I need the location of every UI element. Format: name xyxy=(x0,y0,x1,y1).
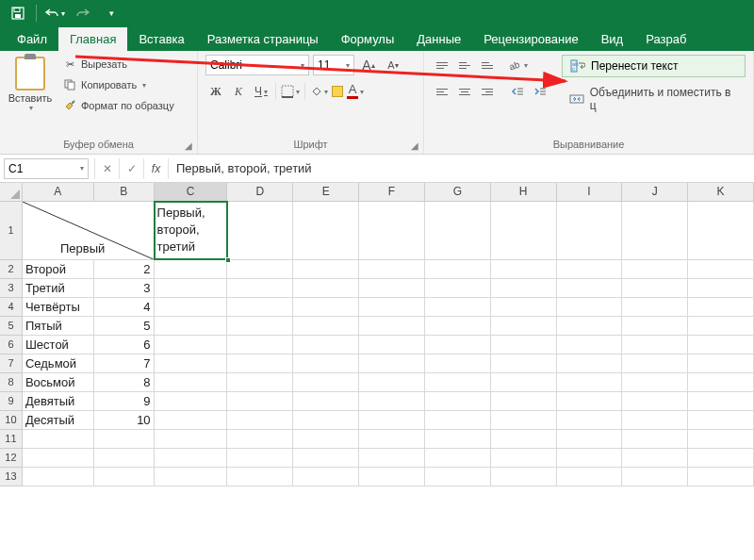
cell[interactable] xyxy=(227,202,293,260)
cell[interactable]: Седьмой xyxy=(23,354,94,373)
align-right-button[interactable] xyxy=(477,81,498,102)
cell[interactable] xyxy=(557,449,623,468)
cell[interactable] xyxy=(557,373,623,392)
cell[interactable] xyxy=(688,411,754,430)
cell[interactable]: 9 xyxy=(94,392,155,411)
row-header-6[interactable]: 6 xyxy=(0,336,23,354)
cell[interactable] xyxy=(557,354,623,373)
cell[interactable] xyxy=(622,468,688,486)
cell[interactable] xyxy=(155,411,228,430)
cell[interactable] xyxy=(94,468,155,486)
increase-indent-button[interactable] xyxy=(530,81,550,102)
cell[interactable] xyxy=(155,449,228,468)
cell[interactable] xyxy=(293,279,359,298)
cell[interactable] xyxy=(688,202,754,260)
row-header-5[interactable]: 5 xyxy=(0,317,23,336)
cell[interactable] xyxy=(227,392,293,411)
cell[interactable] xyxy=(622,260,688,279)
cell[interactable]: Пятый xyxy=(23,317,94,336)
cell[interactable] xyxy=(155,279,228,298)
italic-button[interactable]: К xyxy=(228,81,249,102)
cancel-formula-button[interactable]: ✕ xyxy=(95,158,120,179)
cell[interactable] xyxy=(293,336,359,354)
cell[interactable] xyxy=(293,392,359,411)
orientation-button[interactable]: ab ▾ xyxy=(507,55,528,75)
copy-button[interactable]: Копировать ▾ xyxy=(58,75,178,94)
save-button[interactable] xyxy=(6,3,30,24)
tab-home[interactable]: Главная xyxy=(58,27,127,51)
column-header-F[interactable]: F xyxy=(359,183,425,201)
cell[interactable] xyxy=(359,279,425,298)
column-header-I[interactable]: I xyxy=(557,183,623,201)
fill-handle[interactable] xyxy=(225,257,231,263)
cell[interactable] xyxy=(688,468,754,486)
cell[interactable] xyxy=(155,317,228,336)
cell[interactable] xyxy=(688,449,754,468)
cell[interactable]: 3 xyxy=(94,279,155,298)
cell[interactable] xyxy=(425,317,491,336)
tab-insert[interactable]: Вставка xyxy=(127,27,195,51)
column-header-H[interactable]: H xyxy=(491,183,557,201)
cell[interactable] xyxy=(688,317,754,336)
cell[interactable] xyxy=(557,392,623,411)
cell[interactable] xyxy=(425,468,491,486)
redo-button[interactable] xyxy=(71,3,95,24)
cell[interactable] xyxy=(293,354,359,373)
insert-function-button[interactable]: fx xyxy=(144,158,169,179)
cell[interactable] xyxy=(155,336,228,354)
row-header-1[interactable]: 1 xyxy=(0,202,23,260)
cell[interactable] xyxy=(688,298,754,317)
cell[interactable] xyxy=(425,279,491,298)
cell[interactable] xyxy=(425,430,491,449)
cell[interactable] xyxy=(293,317,359,336)
cell[interactable] xyxy=(155,354,228,373)
tab-formulas[interactable]: Формулы xyxy=(330,27,406,51)
name-box[interactable]: C1 ▾ xyxy=(4,158,89,179)
cell[interactable]: 7 xyxy=(94,354,155,373)
decrease-indent-button[interactable] xyxy=(507,81,528,102)
row-header-9[interactable]: 9 xyxy=(0,392,23,411)
cell[interactable] xyxy=(622,392,688,411)
cell[interactable] xyxy=(293,468,359,486)
column-header-A[interactable]: A xyxy=(23,183,94,201)
cell[interactable] xyxy=(227,411,293,430)
column-header-G[interactable]: G xyxy=(425,183,491,201)
font-name-combo[interactable]: Calibri ▾ xyxy=(205,55,309,75)
cell[interactable] xyxy=(359,392,425,411)
cell[interactable] xyxy=(359,354,425,373)
cell[interactable] xyxy=(227,317,293,336)
cell[interactable] xyxy=(359,336,425,354)
decrease-font-button[interactable]: A▾ xyxy=(383,55,403,75)
clipboard-dialog-launcher[interactable]: ◢ xyxy=(182,139,195,152)
cell[interactable] xyxy=(622,298,688,317)
cell[interactable] xyxy=(491,430,557,449)
cell[interactable] xyxy=(293,430,359,449)
row-header-11[interactable]: 11 xyxy=(0,430,23,449)
cell[interactable] xyxy=(359,373,425,392)
cell[interactable] xyxy=(155,430,228,449)
cell[interactable] xyxy=(557,468,623,486)
row-header-3[interactable]: 3 xyxy=(0,279,23,298)
tab-page-layout[interactable]: Разметка страницы xyxy=(196,27,330,51)
cell[interactable] xyxy=(359,317,425,336)
cell[interactable] xyxy=(359,411,425,430)
cell[interactable]: 10 xyxy=(94,411,155,430)
cell[interactable] xyxy=(688,373,754,392)
cell[interactable] xyxy=(622,317,688,336)
cell[interactable] xyxy=(155,260,228,279)
cell[interactable] xyxy=(155,392,228,411)
cell[interactable] xyxy=(425,411,491,430)
cell-C1[interactable]: Первый, второй, третий xyxy=(155,202,228,260)
cell[interactable] xyxy=(425,449,491,468)
cell[interactable] xyxy=(491,279,557,298)
increase-font-button[interactable]: A▴ xyxy=(358,55,379,75)
cell[interactable] xyxy=(622,202,688,260)
cell[interactable] xyxy=(155,298,228,317)
cell[interactable] xyxy=(491,336,557,354)
cell[interactable] xyxy=(557,317,623,336)
cell[interactable]: 6 xyxy=(94,336,155,354)
cell[interactable] xyxy=(622,279,688,298)
bold-button[interactable]: Ж xyxy=(205,81,226,102)
cell[interactable] xyxy=(491,449,557,468)
cell[interactable] xyxy=(227,449,293,468)
